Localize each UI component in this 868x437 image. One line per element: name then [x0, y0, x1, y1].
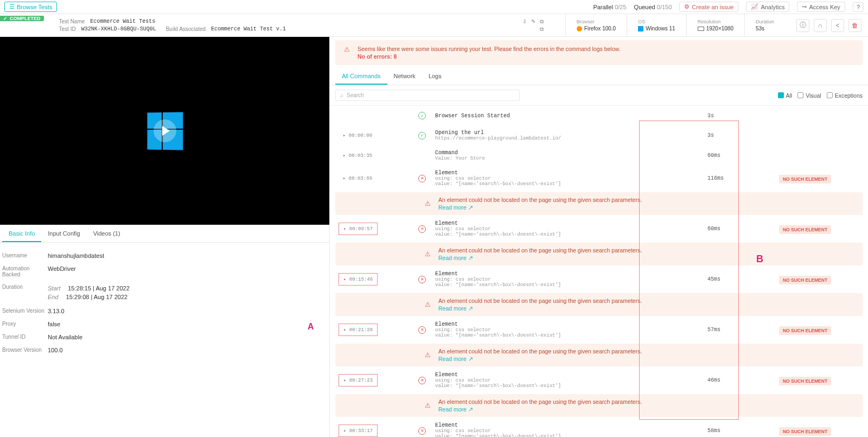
tab-input-config[interactable]: Input Config: [41, 226, 86, 242]
proxy-label: Proxy: [2, 321, 48, 327]
filter-all[interactable]: All: [778, 92, 793, 99]
tab-videos[interactable]: Videos (1): [87, 226, 127, 242]
command-title: Element: [435, 271, 707, 277]
info-button[interactable]: ⓘ: [796, 19, 809, 32]
command-row[interactable]: ▸ 00:03:35CommandValue: Your Store60ms: [330, 145, 868, 166]
test-name-label: Test Name: [59, 18, 85, 24]
warning-icon: ⚠: [344, 250, 431, 258]
command-duration: 3s: [707, 132, 751, 138]
bookmark-button[interactable]: ∩: [814, 19, 827, 32]
tunnel-value: Not Available: [48, 334, 82, 340]
read-more-link[interactable]: Read more ↗: [438, 255, 642, 261]
warning-icon: ⚠: [344, 46, 350, 53]
warning-icon: ⚠: [344, 402, 431, 409]
windows-icon: [638, 26, 643, 31]
status-badge: ✓ COMPLETED: [0, 16, 44, 21]
warning-icon: ⚠: [344, 301, 431, 308]
timestamp: ▸ 00:03:35: [339, 150, 376, 161]
firefox-icon: [577, 26, 582, 31]
error-badge: NO SUCH ELEMENT: [779, 377, 831, 385]
warning-icon: ⚠: [344, 351, 431, 359]
command-duration: 3s: [707, 113, 751, 119]
search-input[interactable]: ⌕ Search: [335, 90, 520, 101]
command-row[interactable]: ✓Browser Session Started3s: [330, 106, 868, 125]
tab-all-commands[interactable]: All Commands: [335, 68, 387, 85]
proxy-value: false: [48, 321, 60, 327]
error-row: ⚠An element could not be located on the …: [335, 243, 863, 265]
annotation-a: A: [308, 322, 314, 332]
error-badge: NO SUCH ELEMENT: [779, 225, 831, 234]
x-icon: ✕: [418, 276, 426, 283]
duration-label: Duration: [2, 284, 48, 301]
error-badge: NO SUCH ELEMENT: [779, 427, 831, 436]
read-more-link[interactable]: Read more ↗: [438, 204, 642, 211]
browser-block: Browser Firefox 100.0: [565, 14, 627, 36]
copy-icon[interactable]: ⧉: [540, 26, 544, 33]
filter-exceptions[interactable]: Exceptions: [827, 92, 863, 99]
command-row[interactable]: ▸ 00:03:89✕Elementusing: css selectorval…: [330, 166, 868, 191]
error-badge: NO SUCH ELEMENT: [779, 276, 831, 284]
command-duration: 60ms: [707, 226, 751, 232]
delete-button[interactable]: 🗑: [848, 19, 861, 32]
timestamp: ▸ 00:09:57: [339, 223, 378, 235]
os-block: OS Windows 11: [627, 14, 686, 36]
build-value: Ecommerce Wait Test v.1: [211, 26, 286, 32]
error-row: ⚠An element could not be located on the …: [335, 394, 863, 417]
parallel-stat: Parallel 0/25: [593, 4, 626, 10]
timestamp: ▸ 00:15:46: [339, 273, 378, 286]
command-duration: 116ms: [707, 175, 751, 181]
filter-visual[interactable]: Visual: [797, 92, 821, 99]
error-row: ⚠An element could not be located on the …: [335, 344, 863, 366]
selenium-value: 3.13.0: [48, 308, 65, 314]
backed-label: Automation Backed: [2, 265, 48, 277]
edit-icon[interactable]: ✎: [531, 18, 535, 24]
read-more-link[interactable]: Read more ↗: [438, 305, 642, 312]
test-id-value: W32NK-XKHLD-8GBQU-SUQ0L: [81, 26, 156, 32]
chart-icon: 📈: [751, 3, 758, 10]
access-key-button[interactable]: ⊸Access Key: [797, 2, 845, 12]
error-row: ⚠An element could not be located on the …: [335, 192, 863, 215]
command-row[interactable]: ▸ 00:21:28✕Elementusing: css selectorval…: [330, 317, 868, 343]
selenium-label: Selenium Version: [2, 308, 48, 314]
help-button[interactable]: ?: [853, 2, 864, 12]
read-more-link[interactable]: Read more ↗: [438, 406, 642, 413]
tab-network[interactable]: Network: [387, 68, 422, 85]
x-icon: ✕: [418, 326, 426, 334]
download-icon[interactable]: ⇩: [522, 18, 527, 24]
video-player[interactable]: [0, 37, 329, 225]
warning-icon: ⚠: [344, 200, 431, 207]
command-title: Element: [435, 372, 707, 378]
share-button[interactable]: <: [831, 19, 844, 32]
command-row[interactable]: ▸ 00:09:57✕Elementusing: css selectorval…: [330, 216, 868, 242]
create-issue-button[interactable]: ⚙Create an issue: [679, 2, 738, 12]
username-label: Username: [2, 252, 48, 259]
play-button[interactable]: [154, 119, 176, 142]
backed-value: WebDriver: [48, 265, 76, 277]
x-icon: ✕: [418, 225, 426, 233]
check-icon: ✓: [418, 112, 426, 119]
test-name-value: Ecommerce Wait Tests: [90, 18, 155, 24]
command-title: Opening the url: [435, 130, 707, 136]
tab-logs[interactable]: Logs: [422, 68, 448, 85]
duration-block: Duration 53s: [744, 14, 790, 36]
command-row[interactable]: ▸ 00:00:00✓Opening the urlhttps://ecomme…: [330, 125, 868, 145]
error-badge: NO SUCH ELEMENT: [779, 326, 831, 335]
command-row[interactable]: ▸ 00:15:46✕Elementusing: css selectorval…: [330, 267, 868, 292]
command-duration: 57ms: [707, 327, 751, 333]
copy-icon[interactable]: ⧉: [540, 18, 544, 25]
command-duration: 60ms: [707, 153, 751, 159]
bug-icon: ⚙: [684, 3, 690, 10]
read-more-link[interactable]: Read more ↗: [438, 356, 642, 362]
error-badge: NO SUCH ELEMENT: [779, 175, 831, 183]
test-id-label: Test ID: [59, 26, 76, 32]
command-title: Element: [435, 170, 707, 176]
timestamp: ▸ 00:33:17: [339, 425, 378, 437]
tab-basic-info[interactable]: Basic Info: [2, 226, 41, 242]
x-icon: ✕: [418, 427, 426, 435]
command-title: Command: [435, 150, 707, 156]
browse-tests-button[interactable]: ☰ Browse Tests: [4, 2, 57, 12]
command-row[interactable]: ▸ 00:27:23✕Elementusing: css selectorval…: [330, 368, 868, 393]
analytics-button[interactable]: 📈Analytics: [746, 2, 789, 12]
command-row[interactable]: ▸ 00:33:17✕Elementusing: css selectorval…: [330, 418, 868, 437]
error-banner: ⚠ Seems like there were some issues runn…: [335, 40, 863, 65]
